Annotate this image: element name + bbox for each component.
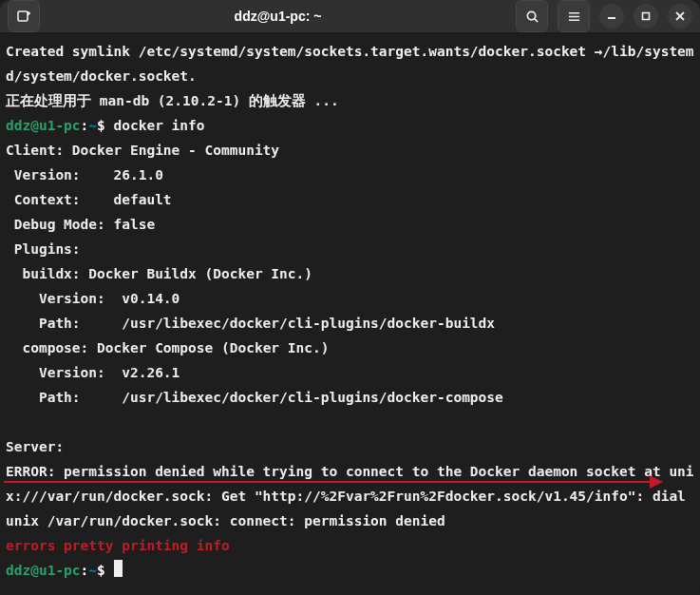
output-line: Context: default [6, 192, 172, 207]
prompt-colon: : [81, 563, 89, 578]
output-line: Version: v0.14.0 [6, 291, 180, 306]
prompt-symbol: $ [97, 118, 105, 133]
prompt-user-host: ddz@u1-pc [6, 563, 81, 578]
output-line: Version: v2.26.1 [6, 365, 180, 380]
search-button[interactable] [516, 0, 548, 32]
error-line: ERROR: permission denied while trying to… [6, 464, 694, 528]
prompt-path: ~ [88, 563, 97, 578]
menu-button[interactable] [558, 0, 590, 32]
output-line: buildx: Docker Buildx (Docker Inc.) [6, 266, 312, 281]
new-tab-icon [16, 9, 31, 24]
svg-point-3 [527, 11, 535, 19]
output-line: compose: Docker Compose (Docker Inc.) [6, 340, 329, 355]
titlebar-right [516, 0, 692, 32]
titlebar: ddz@u1-pc: ~ [0, 0, 700, 33]
new-tab-button[interactable] [8, 0, 40, 32]
command-text [105, 563, 114, 578]
window-title: ddz@u1-pc: ~ [40, 9, 516, 24]
output-line: Version: 26.1.0 [6, 167, 163, 182]
maximize-icon [641, 11, 651, 21]
cursor [114, 560, 123, 577]
prompt-user-host: ddz@u1-pc [6, 118, 81, 133]
svg-rect-0 [18, 11, 28, 21]
maximize-button[interactable] [634, 4, 658, 29]
terminal-body[interactable]: Created symlink /etc/systemd/system/sock… [0, 33, 700, 595]
output-line: Plugins: [6, 241, 81, 257]
output-line: Created symlink /etc/systemd/system/sock… [6, 44, 694, 84]
svg-rect-9 [643, 13, 650, 20]
search-icon [525, 10, 539, 24]
minimize-icon [607, 11, 616, 21]
hamburger-icon [567, 10, 581, 24]
svg-line-4 [534, 18, 537, 21]
prompt-path: ~ [88, 118, 97, 133]
close-icon [675, 11, 685, 21]
annotation-arrow [0, 479, 663, 489]
minimize-button[interactable] [599, 4, 624, 29]
output-line: Client: Docker Engine - Community [6, 143, 279, 158]
output-line: Debug Mode: false [6, 217, 155, 232]
titlebar-left [8, 0, 40, 32]
command-text: docker info [105, 118, 205, 133]
prompt-colon: : [81, 118, 89, 133]
error-summary: errors pretty printing info [6, 538, 230, 553]
output-line: 正在处理用于 man-db (2.10.2-1) 的触发器 ... [6, 93, 339, 108]
output-line: Path: /usr/libexec/docker/cli-plugins/do… [6, 390, 503, 405]
output-line: Path: /usr/libexec/docker/cli-plugins/do… [6, 316, 495, 331]
close-button[interactable] [668, 4, 692, 29]
prompt-symbol: $ [97, 563, 105, 578]
output-line: Server: [6, 439, 64, 454]
terminal-window: ddz@u1-pc: ~ [0, 0, 700, 595]
